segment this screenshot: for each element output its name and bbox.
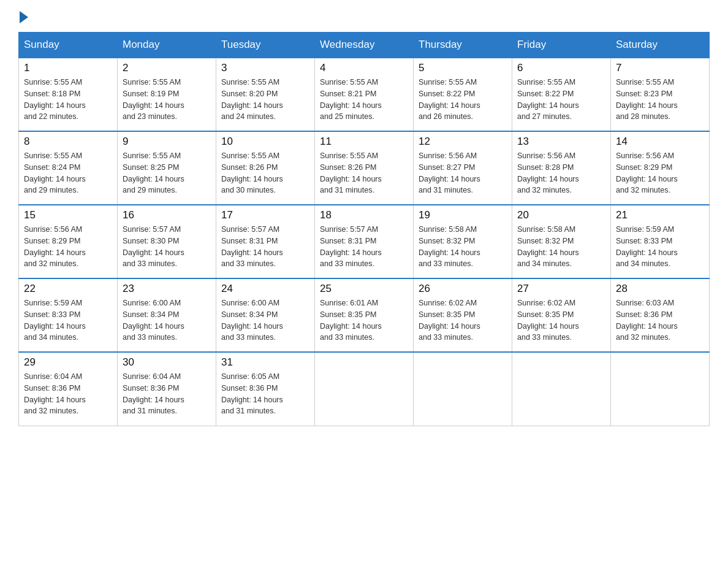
calendar-cell: 24Sunrise: 6:00 AMSunset: 8:34 PMDayligh… <box>216 278 315 352</box>
day-info: Sunrise: 5:56 AMSunset: 8:27 PMDaylight:… <box>419 150 507 196</box>
calendar-cell: 12Sunrise: 5:56 AMSunset: 8:27 PMDayligh… <box>414 131 512 205</box>
calendar-header-friday: Friday <box>512 33 611 58</box>
calendar-header-thursday: Thursday <box>414 33 512 58</box>
day-number: 29 <box>24 356 112 369</box>
day-number: 20 <box>517 209 605 221</box>
calendar-week-row: 29Sunrise: 6:04 AMSunset: 8:36 PMDayligh… <box>19 352 710 426</box>
calendar-cell: 7Sunrise: 5:55 AMSunset: 8:23 PMDaylight… <box>611 58 710 131</box>
calendar-cell <box>611 352 710 426</box>
day-number: 12 <box>419 136 507 148</box>
day-info: Sunrise: 5:56 AMSunset: 8:29 PMDaylight:… <box>616 150 704 196</box>
day-info: Sunrise: 5:55 AMSunset: 8:22 PMDaylight:… <box>517 77 605 123</box>
calendar-cell: 5Sunrise: 5:55 AMSunset: 8:22 PMDaylight… <box>414 58 512 131</box>
day-info: Sunrise: 5:57 AMSunset: 8:31 PMDaylight:… <box>320 224 408 270</box>
calendar-cell: 30Sunrise: 6:04 AMSunset: 8:36 PMDayligh… <box>118 352 216 426</box>
day-number: 19 <box>419 209 507 221</box>
day-number: 16 <box>123 209 211 221</box>
day-number: 11 <box>320 136 408 148</box>
day-info: Sunrise: 6:04 AMSunset: 8:36 PMDaylight:… <box>24 371 112 417</box>
day-number: 28 <box>616 283 704 295</box>
day-number: 8 <box>24 136 112 148</box>
calendar-header-wednesday: Wednesday <box>315 33 414 58</box>
day-number: 21 <box>616 209 704 221</box>
day-info: Sunrise: 5:59 AMSunset: 8:33 PMDaylight:… <box>616 224 704 270</box>
calendar-cell: 8Sunrise: 5:55 AMSunset: 8:24 PMDaylight… <box>19 131 118 205</box>
calendar-header-sunday: Sunday <box>19 33 118 58</box>
day-info: Sunrise: 5:55 AMSunset: 8:22 PMDaylight:… <box>419 77 507 123</box>
day-number: 7 <box>616 62 704 74</box>
calendar-header-row: SundayMondayTuesdayWednesdayThursdayFrid… <box>19 33 710 58</box>
day-info: Sunrise: 5:55 AMSunset: 8:20 PMDaylight:… <box>221 77 309 123</box>
calendar-cell: 15Sunrise: 5:56 AMSunset: 8:29 PMDayligh… <box>19 205 118 278</box>
day-info: Sunrise: 6:04 AMSunset: 8:36 PMDaylight:… <box>123 371 211 417</box>
calendar-table: SundayMondayTuesdayWednesdayThursdayFrid… <box>18 32 710 426</box>
day-info: Sunrise: 5:56 AMSunset: 8:29 PMDaylight:… <box>24 224 112 270</box>
day-info: Sunrise: 5:58 AMSunset: 8:32 PMDaylight:… <box>419 224 507 270</box>
calendar-cell: 27Sunrise: 6:02 AMSunset: 8:35 PMDayligh… <box>512 278 611 352</box>
day-number: 14 <box>616 136 704 148</box>
calendar-cell: 6Sunrise: 5:55 AMSunset: 8:22 PMDaylight… <box>512 58 611 131</box>
calendar-cell: 13Sunrise: 5:56 AMSunset: 8:28 PMDayligh… <box>512 131 611 205</box>
calendar-cell: 19Sunrise: 5:58 AMSunset: 8:32 PMDayligh… <box>414 205 512 278</box>
day-info: Sunrise: 5:55 AMSunset: 8:24 PMDaylight:… <box>24 150 112 196</box>
calendar-cell: 17Sunrise: 5:57 AMSunset: 8:31 PMDayligh… <box>216 205 315 278</box>
calendar-cell: 10Sunrise: 5:55 AMSunset: 8:26 PMDayligh… <box>216 131 315 205</box>
day-info: Sunrise: 5:57 AMSunset: 8:31 PMDaylight:… <box>221 224 309 270</box>
calendar-cell: 21Sunrise: 5:59 AMSunset: 8:33 PMDayligh… <box>611 205 710 278</box>
day-info: Sunrise: 5:59 AMSunset: 8:33 PMDaylight:… <box>24 297 112 343</box>
day-info: Sunrise: 6:00 AMSunset: 8:34 PMDaylight:… <box>221 297 309 343</box>
calendar-cell: 14Sunrise: 5:56 AMSunset: 8:29 PMDayligh… <box>611 131 710 205</box>
day-number: 15 <box>24 209 112 221</box>
day-info: Sunrise: 6:01 AMSunset: 8:35 PMDaylight:… <box>320 297 408 343</box>
day-info: Sunrise: 6:00 AMSunset: 8:34 PMDaylight:… <box>123 297 211 343</box>
day-info: Sunrise: 5:55 AMSunset: 8:19 PMDaylight:… <box>123 77 211 123</box>
calendar-cell: 23Sunrise: 6:00 AMSunset: 8:34 PMDayligh… <box>118 278 216 352</box>
page-header <box>18 12 710 21</box>
calendar-week-row: 1Sunrise: 5:55 AMSunset: 8:18 PMDaylight… <box>19 58 710 131</box>
calendar-cell: 26Sunrise: 6:02 AMSunset: 8:35 PMDayligh… <box>414 278 512 352</box>
day-info: Sunrise: 6:02 AMSunset: 8:35 PMDaylight:… <box>419 297 507 343</box>
logo <box>18 12 28 21</box>
day-number: 18 <box>320 209 408 221</box>
day-number: 27 <box>517 283 605 295</box>
day-info: Sunrise: 5:55 AMSunset: 8:25 PMDaylight:… <box>123 150 211 196</box>
calendar-header-monday: Monday <box>118 33 216 58</box>
calendar-cell: 1Sunrise: 5:55 AMSunset: 8:18 PMDaylight… <box>19 58 118 131</box>
calendar-cell: 2Sunrise: 5:55 AMSunset: 8:19 PMDaylight… <box>118 58 216 131</box>
calendar-cell: 11Sunrise: 5:55 AMSunset: 8:26 PMDayligh… <box>315 131 414 205</box>
day-info: Sunrise: 6:03 AMSunset: 8:36 PMDaylight:… <box>616 297 704 343</box>
day-number: 24 <box>221 283 309 295</box>
calendar-week-row: 22Sunrise: 5:59 AMSunset: 8:33 PMDayligh… <box>19 278 710 352</box>
day-info: Sunrise: 5:55 AMSunset: 8:21 PMDaylight:… <box>320 77 408 123</box>
day-info: Sunrise: 5:55 AMSunset: 8:23 PMDaylight:… <box>616 77 704 123</box>
calendar-week-row: 8Sunrise: 5:55 AMSunset: 8:24 PMDaylight… <box>19 131 710 205</box>
calendar-cell: 22Sunrise: 5:59 AMSunset: 8:33 PMDayligh… <box>19 278 118 352</box>
day-number: 30 <box>123 356 211 369</box>
day-number: 17 <box>221 209 309 221</box>
calendar-header-saturday: Saturday <box>611 33 710 58</box>
day-info: Sunrise: 5:55 AMSunset: 8:26 PMDaylight:… <box>221 150 309 196</box>
day-number: 26 <box>419 283 507 295</box>
day-number: 5 <box>419 62 507 74</box>
calendar-cell <box>315 352 414 426</box>
day-number: 22 <box>24 283 112 295</box>
day-info: Sunrise: 5:56 AMSunset: 8:28 PMDaylight:… <box>517 150 605 196</box>
day-number: 3 <box>221 62 309 74</box>
calendar-cell: 29Sunrise: 6:04 AMSunset: 8:36 PMDayligh… <box>19 352 118 426</box>
day-number: 31 <box>221 356 309 369</box>
day-info: Sunrise: 5:55 AMSunset: 8:26 PMDaylight:… <box>320 150 408 196</box>
calendar-week-row: 15Sunrise: 5:56 AMSunset: 8:29 PMDayligh… <box>19 205 710 278</box>
logo-triangle-icon <box>20 11 28 23</box>
day-info: Sunrise: 5:55 AMSunset: 8:18 PMDaylight:… <box>24 77 112 123</box>
day-info: Sunrise: 5:58 AMSunset: 8:32 PMDaylight:… <box>517 224 605 270</box>
day-number: 2 <box>123 62 211 74</box>
calendar-cell: 31Sunrise: 6:05 AMSunset: 8:36 PMDayligh… <box>216 352 315 426</box>
day-number: 9 <box>123 136 211 148</box>
calendar-cell: 20Sunrise: 5:58 AMSunset: 8:32 PMDayligh… <box>512 205 611 278</box>
calendar-cell: 28Sunrise: 6:03 AMSunset: 8:36 PMDayligh… <box>611 278 710 352</box>
calendar-cell: 25Sunrise: 6:01 AMSunset: 8:35 PMDayligh… <box>315 278 414 352</box>
calendar-cell: 4Sunrise: 5:55 AMSunset: 8:21 PMDaylight… <box>315 58 414 131</box>
calendar-header-tuesday: Tuesday <box>216 33 315 58</box>
calendar-cell <box>414 352 512 426</box>
day-info: Sunrise: 5:57 AMSunset: 8:30 PMDaylight:… <box>123 224 211 270</box>
